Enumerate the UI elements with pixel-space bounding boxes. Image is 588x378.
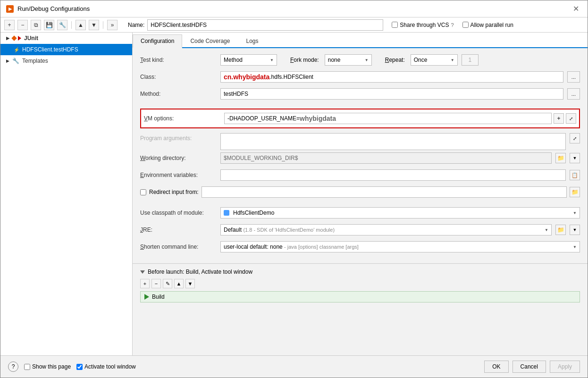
vm-input-display[interactable]: -DHADOOP_USER_NAME=whybigdata: [224, 113, 552, 124]
sidebar-item-label: HDFSClient.testHDFS: [22, 46, 78, 53]
save-button[interactable]: 💾: [44, 20, 54, 30]
cancel-button[interactable]: Cancel: [512, 361, 546, 373]
more-button[interactable]: »: [107, 20, 118, 30]
tabs: Configuration Code Coverage Logs: [133, 33, 588, 48]
module-dropdown-content: HdfsClientDemo: [224, 210, 274, 216]
spacer2: [140, 203, 580, 207]
working-dir-arrow-btn[interactable]: ▼: [570, 153, 580, 163]
working-dir-input[interactable]: [220, 152, 552, 164]
module-dropdown[interactable]: HdfsClientDemo ▼: [220, 207, 580, 218]
vm-expand-btn[interactable]: +: [554, 113, 564, 124]
name-input[interactable]: [147, 19, 383, 31]
method-label: Method:: [140, 91, 220, 97]
apply-button[interactable]: Apply: [550, 361, 580, 373]
build-label: Build: [152, 294, 165, 300]
toolbar-separator2: [103, 21, 103, 29]
sidebar-item-hdfs[interactable]: ⚡ HDFSClient.testHDFS: [0, 44, 132, 55]
tab-coverage[interactable]: Code Coverage: [182, 34, 238, 48]
tab-configuration[interactable]: Configuration: [133, 34, 182, 48]
before-down-btn[interactable]: ▼: [185, 279, 195, 288]
footer: ? Show this page Activate tool window OK…: [0, 355, 588, 378]
shorten-arrow: ▼: [573, 245, 577, 249]
class-prefix: cn.why: [224, 73, 246, 81]
env-vars-input[interactable]: [220, 169, 566, 181]
wrench-button[interactable]: 🔧: [57, 20, 67, 30]
prog-args-input[interactable]: [220, 133, 566, 150]
jre-dropdown[interactable]: Default (1.8 - SDK of 'HdfsClientDemo' m…: [220, 224, 552, 235]
before-launch-label: Before launch: Build, Activate tool wind…: [148, 269, 252, 275]
allow-parallel-checkbox[interactable]: [462, 22, 469, 28]
vm-label: VM options:: [144, 115, 224, 122]
ok-button[interactable]: OK: [484, 361, 508, 373]
fork-mode-dropdown[interactable]: none ▼: [325, 54, 372, 66]
sidebar: ▶ JUnit ⚡ HDFSClient.testHDFS ▶ 🔧 Templa…: [0, 33, 133, 355]
show-page-label: Show this page: [32, 363, 71, 370]
working-dir-controls: 📁 ▼: [220, 152, 580, 164]
sidebar-templates[interactable]: ▶ 🔧 Templates: [0, 55, 132, 67]
fork-mode-label: Fork mode:: [290, 57, 319, 63]
test-kind-value: Method: [224, 57, 243, 63]
redirect-label: Redirect input from:: [149, 189, 199, 195]
before-remove-btn[interactable]: −: [151, 279, 161, 288]
dialog-title: Run/Debug Configurations: [17, 5, 90, 12]
prog-args-label-text: Program arguments:: [140, 135, 192, 142]
shorten-main-text: user-local default: none: [224, 244, 283, 250]
test-kind-label: Test kind:: [140, 57, 220, 63]
remove-button[interactable]: −: [17, 20, 28, 30]
help-button[interactable]: ?: [8, 361, 18, 372]
copy-button[interactable]: ⧉: [31, 20, 41, 30]
repeat-value: Once: [414, 57, 428, 63]
module-arrow: ▼: [573, 211, 577, 215]
jre-arrow: ▼: [545, 228, 548, 232]
env-vars-controls: 📋: [220, 169, 580, 181]
vm-watermark-text: whybigdata: [300, 115, 336, 122]
test-kind-dropdown[interactable]: Method ▼: [220, 54, 277, 66]
activate-checkbox[interactable]: [76, 364, 83, 370]
down-button[interactable]: ▼: [89, 20, 99, 30]
add-button[interactable]: +: [4, 20, 15, 30]
junit-icon: [12, 36, 21, 41]
module-label: Use classpath of module:: [140, 210, 220, 216]
run-debug-dialog: ▶ Run/Debug Configurations ✕ + − ⧉ 💾 🔧 ▲…: [0, 0, 588, 378]
jre-label: JRE:: [140, 227, 220, 233]
share-vcs-checkbox[interactable]: [392, 22, 398, 28]
before-add-btn[interactable]: +: [140, 279, 150, 288]
redirect-checkbox[interactable]: [140, 189, 146, 195]
share-help-icon: ?: [451, 22, 454, 28]
before-up-btn[interactable]: ▲: [174, 279, 184, 288]
before-launch-section: Before launch: Build, Activate tool wind…: [133, 263, 588, 307]
before-launch-expand[interactable]: [140, 270, 145, 274]
redirect-input[interactable]: [202, 186, 567, 198]
env-vars-btn[interactable]: 📋: [570, 170, 580, 180]
footer-left: ? Show this page Activate tool window: [8, 361, 136, 372]
vm-section: VM options: -DHADOOP_USER_NAME=whybigdat…: [140, 109, 580, 128]
repeat-num-input[interactable]: [462, 54, 479, 66]
module-value: HdfsClientDemo: [233, 210, 274, 216]
up-button[interactable]: ▲: [76, 20, 86, 30]
show-page-container: Show this page: [24, 363, 71, 370]
activate-label: Activate tool window: [84, 363, 136, 370]
env-vars-row: Environment variables: 📋: [140, 169, 580, 181]
jre-row: JRE: Default (1.8 - SDK of 'HdfsClientDe…: [140, 224, 580, 236]
close-button[interactable]: ✕: [570, 3, 582, 14]
before-edit-btn[interactable]: ✎: [163, 279, 172, 288]
tab-logs[interactable]: Logs: [238, 34, 266, 48]
class-browse-btn[interactable]: ...: [567, 71, 580, 83]
shorten-dropdown[interactable]: user-local default: none - java [options…: [220, 241, 580, 252]
method-browse-btn[interactable]: ...: [567, 88, 580, 100]
class-input-display[interactable]: cn.whybigdata.hdfs.HDFSClient: [220, 71, 563, 83]
show-page-checkbox[interactable]: [24, 364, 30, 370]
shorten-sub-text: - java [options] classname [args]: [284, 244, 359, 250]
working-dir-folder-btn[interactable]: 📁: [555, 153, 566, 163]
method-row: Method: ...: [140, 88, 580, 100]
jre-arrow-btn[interactable]: ▼: [570, 225, 580, 235]
sidebar-group-junit[interactable]: ▶ JUnit: [0, 33, 132, 44]
repeat-dropdown[interactable]: Once ▼: [411, 54, 458, 66]
method-input[interactable]: [220, 88, 563, 100]
redirect-folder-btn[interactable]: 📁: [570, 187, 580, 197]
vm-fullscreen-btn[interactable]: ⤢: [566, 113, 576, 124]
junit-item-icon: ⚡: [14, 47, 19, 52]
vm-value-text: -DHADOOP_USER_NAME=: [227, 115, 300, 122]
jre-folder-btn[interactable]: 📁: [555, 225, 566, 235]
prog-expand-btn[interactable]: ⤢: [570, 133, 580, 143]
